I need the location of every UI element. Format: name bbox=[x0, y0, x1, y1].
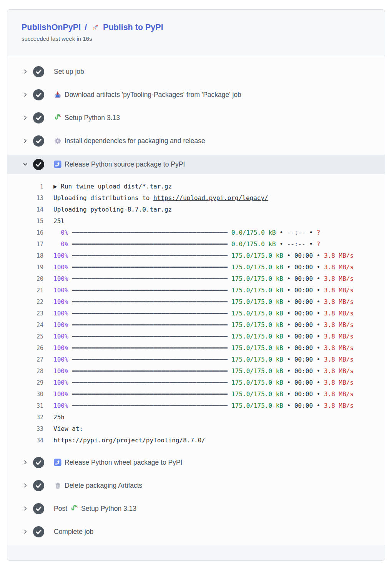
log-text-segment: • bbox=[306, 229, 317, 236]
log-line-number[interactable]: 26 bbox=[7, 342, 43, 354]
arrow-curving-up-icon bbox=[54, 160, 61, 168]
log-line-number[interactable]: 25 bbox=[7, 331, 43, 342]
log-line-number[interactable]: 30 bbox=[7, 389, 43, 400]
log-line-number[interactable]: 17 bbox=[7, 238, 43, 250]
chevron-right-icon bbox=[23, 506, 28, 511]
log-text-segment: 175.0/175.0 kB bbox=[228, 321, 283, 329]
chevron-right-icon bbox=[23, 483, 28, 488]
log-link[interactable]: https://upload.pypi.org/legacy/ bbox=[153, 194, 268, 202]
chevron-right-icon bbox=[23, 69, 28, 74]
log-text-segment: 00:00 bbox=[294, 310, 313, 317]
gear-icon bbox=[54, 137, 61, 145]
log-line: 15 25l bbox=[7, 215, 385, 227]
log-line-number[interactable]: 15 bbox=[7, 215, 43, 227]
log-line-number[interactable]: 19 bbox=[7, 262, 43, 273]
log-text-segment: 3.8 MB/s bbox=[324, 252, 354, 259]
log-line-number[interactable]: 14 bbox=[7, 204, 43, 215]
log-line-number[interactable]: 33 bbox=[7, 423, 43, 435]
step-prefix: Post bbox=[54, 504, 67, 513]
log-line-text: ▶ Run twine upload dist/*.tar.gz bbox=[53, 181, 172, 192]
log-text-segment: • bbox=[283, 321, 294, 329]
chevron-down-icon bbox=[23, 162, 28, 167]
log-line: 18 100% ━━━━━━━━━━━━━━━━━━━━━━━━━━━━━━━━… bbox=[7, 250, 385, 262]
log-text-segment: 100% bbox=[53, 298, 72, 305]
log-text-segment: 0.0/175.0 kB bbox=[228, 240, 276, 248]
log-line: 29 100% ━━━━━━━━━━━━━━━━━━━━━━━━━━━━━━━━… bbox=[7, 377, 385, 389]
log-text-segment: Uploading pytooling-8.7.0.tar.gz bbox=[53, 206, 172, 213]
step-row[interactable]: Delete packaging Artifacts bbox=[7, 474, 385, 497]
log-text-segment: 100% bbox=[53, 402, 72, 409]
run-title: Publish to PyPI bbox=[103, 22, 163, 32]
check-circle-icon bbox=[33, 503, 44, 514]
card-footer bbox=[7, 545, 385, 560]
progress-bar-text: ━━━━━━━━━━━━━━━━━━━━━━━━━━━━━━━━━━━━━━━━ bbox=[72, 344, 228, 352]
log-text-segment: 0% bbox=[53, 229, 72, 236]
progress-bar-text: ━━━━━━━━━━━━━━━━━━━━━━━━━━━━━━━━━━━━━━━━ bbox=[72, 275, 228, 282]
log-line-text: https://pypi.org/project/pyTooling/8.7.0… bbox=[53, 435, 205, 446]
log-text-segment: 100% bbox=[53, 275, 72, 282]
job-title: PublishOnPyPI / Publish to PyPI bbox=[22, 22, 370, 32]
log-line-number[interactable]: 23 bbox=[7, 308, 43, 319]
log-text-segment: 00:00 bbox=[294, 367, 313, 375]
log-text-segment: • bbox=[313, 402, 324, 409]
log-text-segment: 100% bbox=[53, 252, 72, 259]
log-text-segment: 100% bbox=[53, 263, 72, 271]
log-line-number[interactable]: 29 bbox=[7, 377, 43, 389]
log-text-segment: 00:00 bbox=[294, 252, 313, 259]
step-row[interactable]: Release Python source package to PyPI bbox=[7, 155, 385, 174]
log-line: 25 100% ━━━━━━━━━━━━━━━━━━━━━━━━━━━━━━━━… bbox=[7, 331, 385, 342]
log-text-segment: 175.0/175.0 kB bbox=[228, 379, 283, 386]
log-text-segment: 3.8 MB/s bbox=[324, 402, 354, 409]
log-text-segment: 175.0/175.0 kB bbox=[228, 402, 283, 409]
step-row[interactable]: Release Python wheel package to PyPI bbox=[7, 451, 385, 474]
log-text-segment: • bbox=[283, 379, 294, 386]
log-line-number[interactable]: 13 bbox=[7, 192, 43, 204]
log-line-text: 0% ━━━━━━━━━━━━━━━━━━━━━━━━━━━━━━━━━━━━━… bbox=[53, 227, 320, 238]
log-text-segment: • bbox=[276, 240, 287, 248]
log-line-number[interactable]: 20 bbox=[7, 273, 43, 285]
log-line-text: View at: bbox=[53, 423, 83, 435]
log-line-number[interactable]: 18 bbox=[7, 250, 43, 262]
log-line-number[interactable]: 34 bbox=[7, 435, 43, 446]
arrow-curving-up-icon bbox=[54, 459, 61, 466]
log-text-segment: • bbox=[313, 390, 324, 398]
log-text-segment: • bbox=[283, 402, 294, 409]
step-label: Complete job bbox=[54, 527, 93, 536]
progress-bar-text: ━━━━━━━━━━━━━━━━━━━━━━━━━━━━━━━━━━━━━━━━ bbox=[72, 402, 228, 409]
check-circle-icon bbox=[33, 112, 44, 123]
log-line: 24 100% ━━━━━━━━━━━━━━━━━━━━━━━━━━━━━━━━… bbox=[7, 319, 385, 331]
log-text-segment: 175.0/175.0 kB bbox=[228, 390, 283, 398]
step-row[interactable]: Install dependencies for packaging and r… bbox=[7, 129, 385, 152]
log-line: 17 0% ━━━━━━━━━━━━━━━━━━━━━━━━━━━━━━━━━━… bbox=[7, 238, 385, 250]
log-line-number[interactable]: 32 bbox=[7, 412, 43, 423]
step-row[interactable]: Download artifacts 'pyTooling-Packages' … bbox=[7, 83, 385, 106]
step-label: Set up job bbox=[54, 67, 84, 76]
log-text-segment: • bbox=[313, 333, 324, 340]
log-line-number[interactable]: 27 bbox=[7, 354, 43, 365]
step-row[interactable]: Set up job bbox=[7, 60, 385, 83]
log-line-number[interactable]: 1 bbox=[7, 181, 43, 192]
log-text-segment: 00:00 bbox=[294, 402, 313, 409]
log-line: 30 100% ━━━━━━━━━━━━━━━━━━━━━━━━━━━━━━━━… bbox=[7, 389, 385, 400]
step-row[interactable]: Setup Python 3.13 bbox=[7, 106, 385, 129]
step-label: Setup Python 3.13 bbox=[65, 113, 120, 122]
log-text-segment: 3.8 MB/s bbox=[324, 379, 354, 386]
log-line-number[interactable]: 21 bbox=[7, 285, 43, 296]
job-status: succeeded last week in 16s bbox=[22, 35, 370, 43]
log-line-text: 100% ━━━━━━━━━━━━━━━━━━━━━━━━━━━━━━━━━━━… bbox=[53, 262, 354, 273]
log-text-segment: View at: bbox=[53, 425, 83, 432]
log-line-number[interactable]: 28 bbox=[7, 365, 43, 377]
chevron-right-icon bbox=[23, 138, 28, 143]
log-line-number[interactable]: 16 bbox=[7, 227, 43, 238]
log-line-number[interactable]: 24 bbox=[7, 319, 43, 331]
log-link[interactable]: https://pypi.org/project/pyTooling/8.7.0… bbox=[53, 437, 205, 444]
step-row[interactable]: Post Setup Python 3.13 bbox=[7, 497, 385, 520]
progress-bar-text: ━━━━━━━━━━━━━━━━━━━━━━━━━━━━━━━━━━━━━━━━ bbox=[72, 287, 228, 294]
step-row[interactable]: Complete job bbox=[7, 520, 385, 543]
log-line-number[interactable]: 22 bbox=[7, 296, 43, 308]
log-text-segment: 25l bbox=[53, 217, 65, 225]
log-line-number[interactable]: 31 bbox=[7, 400, 43, 412]
log-line: 28 100% ━━━━━━━━━━━━━━━━━━━━━━━━━━━━━━━━… bbox=[7, 365, 385, 377]
log-line-text: 100% ━━━━━━━━━━━━━━━━━━━━━━━━━━━━━━━━━━━… bbox=[53, 319, 354, 331]
log-text-segment: • bbox=[283, 275, 294, 282]
